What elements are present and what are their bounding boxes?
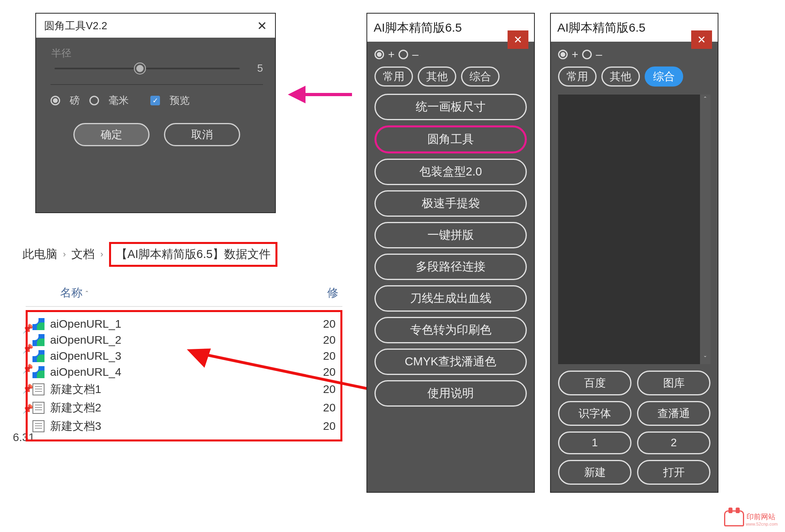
tool-button[interactable]: 包装盒型2.0 — [374, 159, 527, 185]
tab-mixed[interactable]: 综合 — [461, 66, 500, 87]
script-panel-mixed: AI脚本精简版6.5 ✕ + – 常用 其他 综合 ˆ ˇ 百度图库识字体查潘通… — [550, 13, 718, 493]
mode-plus-label: + — [572, 48, 578, 61]
crumb-root[interactable]: 此电脑 — [22, 246, 57, 262]
dialog-title: 圆角工具V2.2 — [44, 19, 107, 33]
text-file-icon — [32, 383, 45, 395]
file-name: 新建文档3 — [50, 419, 318, 434]
mode-plus-label: + — [388, 48, 395, 61]
tool-button[interactable]: 多段路径连接 — [374, 254, 527, 280]
file-name: aiOpenURL_2 — [50, 334, 318, 347]
dialog-titlebar[interactable]: 圆角工具V2.2 ✕ — [36, 14, 275, 38]
mode-minus-radio[interactable] — [399, 50, 408, 59]
watermark-brand: 印前网站 — [747, 512, 778, 522]
file-explorer: 名称 ˆ 修 aiOpenURL_120aiOpenURL_220aiOpenU… — [26, 277, 342, 441]
tab-common[interactable]: 常用 — [374, 66, 413, 87]
mode-minus-label: – — [596, 48, 602, 61]
arrow-pink-icon — [288, 79, 352, 111]
close-button[interactable]: ✕ — [508, 30, 528, 49]
mode-minus-label: – — [412, 48, 419, 61]
file-name: 新建文档1 — [50, 382, 318, 397]
tool-button[interactable]: CMYK查找潘通色 — [374, 349, 527, 375]
grid-button[interactable]: 百度 — [558, 371, 631, 395]
url-file-icon — [32, 350, 45, 362]
close-icon[interactable]: ✕ — [257, 19, 267, 33]
divider — [51, 84, 263, 85]
watermark-url: www.52cnp.com — [746, 522, 778, 526]
grid-button[interactable]: 查潘通 — [637, 401, 710, 426]
file-modified: 20 — [323, 334, 336, 347]
tool-button[interactable]: 使用说明 — [374, 380, 527, 407]
file-row[interactable]: 新建文档320 — [30, 417, 338, 435]
preview-label: 预览 — [170, 94, 190, 107]
file-modified: 20 — [323, 350, 336, 363]
col-modified[interactable]: 修 — [327, 285, 338, 300]
file-row[interactable]: aiOpenURL_320 — [30, 348, 338, 364]
file-modified: 20 — [323, 383, 336, 396]
unit-bang-radio[interactable] — [51, 96, 60, 105]
sort-asc-icon[interactable]: ˆ — [86, 290, 88, 298]
watermark-logo-icon — [724, 510, 744, 526]
file-list: aiOpenURL_120aiOpenURL_220aiOpenURL_320a… — [26, 310, 342, 441]
mode-row: + – — [374, 48, 527, 61]
grid-button[interactable]: 1 — [558, 431, 631, 454]
url-file-icon — [32, 334, 45, 346]
tool-button[interactable]: 极速手提袋 — [374, 190, 527, 217]
radius-label: 半径 — [51, 46, 263, 60]
unit-bang-label: 磅 — [70, 94, 80, 107]
radius-slider[interactable] — [55, 68, 240, 69]
unit-mm-radio[interactable] — [89, 96, 99, 105]
col-name[interactable]: 名称 — [60, 286, 83, 299]
file-row[interactable]: aiOpenURL_120 — [30, 316, 338, 332]
chevron-right-icon: › — [100, 249, 103, 260]
tab-other[interactable]: 其他 — [418, 66, 456, 87]
ok-button[interactable]: 确定 — [73, 123, 150, 146]
chevron-right-icon: › — [63, 249, 66, 260]
tool-button[interactable]: 专色转为印刷色 — [374, 317, 527, 343]
text-file-icon — [32, 402, 45, 414]
grid-button[interactable]: 2 — [637, 431, 710, 454]
scrollbar[interactable]: ˆ ˇ — [700, 95, 710, 364]
preview-checkbox[interactable]: ✓ — [150, 96, 160, 105]
tool-button[interactable]: 统一画板尺寸 — [374, 94, 527, 120]
file-modified: 20 — [323, 318, 336, 330]
grid-button[interactable]: 新建 — [558, 460, 631, 485]
tool-button[interactable]: 刀线生成出血线 — [374, 285, 527, 312]
close-button[interactable]: ✕ — [691, 30, 712, 49]
mode-minus-radio[interactable] — [582, 50, 592, 59]
round-corner-dialog: 圆角工具V2.2 ✕ 半径 5 磅 毫米 ✓ 预览 确定 取消 — [35, 13, 276, 213]
mode-plus-radio[interactable] — [374, 50, 384, 59]
mode-plus-radio[interactable] — [558, 50, 568, 59]
file-row[interactable]: 新建文档220 — [30, 399, 338, 417]
url-file-icon — [32, 318, 45, 330]
grid-button[interactable]: 图库 — [637, 371, 710, 395]
scroll-up-icon[interactable]: ˆ — [700, 95, 710, 105]
file-name: aiOpenURL_3 — [50, 350, 318, 363]
file-modified: 20 — [323, 401, 336, 414]
file-row[interactable]: aiOpenURL_420 — [30, 364, 338, 380]
tool-list: 统一画板尺寸圆角工具包装盒型2.0极速手提袋一键拼版多段路径连接刀线生成出血线专… — [374, 94, 527, 407]
file-modified: 20 — [323, 420, 336, 433]
cancel-button[interactable]: 取消 — [164, 123, 240, 146]
unit-mm-label: 毫米 — [109, 94, 129, 107]
script-panel-common: AI脚本精简版6.5 ✕ + – 常用 其他 综合 统一画板尺寸圆角工具包装盒型… — [366, 13, 535, 493]
tool-button[interactable]: 一键拼版 — [374, 222, 527, 248]
grid-button[interactable]: 打开 — [637, 460, 710, 485]
file-row[interactable]: aiOpenURL_220 — [30, 332, 338, 348]
tab-other[interactable]: 其他 — [601, 66, 640, 87]
tool-button[interactable]: 圆角工具 — [374, 125, 527, 153]
watermark: 印前网站 www.52cnp.com — [724, 504, 778, 526]
url-file-icon — [32, 366, 45, 378]
text-file-icon — [32, 420, 45, 432]
breadcrumb: 此电脑 › 文档 › 【AI脚本精简版6.5】数据文件 — [22, 242, 277, 267]
file-row[interactable]: 新建文档120 — [30, 380, 338, 399]
crumb-path[interactable]: 【AI脚本精简版6.5】数据文件 — [109, 242, 278, 267]
scroll-down-icon[interactable]: ˇ — [700, 354, 710, 364]
tab-mixed[interactable]: 综合 — [645, 66, 683, 87]
file-modified: 20 — [323, 366, 336, 379]
empty-list-area: ˆ ˇ — [558, 95, 710, 364]
tab-common[interactable]: 常用 — [558, 66, 597, 87]
mode-row: + – — [558, 48, 710, 61]
crumb-folder[interactable]: 文档 — [71, 246, 95, 262]
grid-button[interactable]: 识字体 — [558, 401, 631, 426]
slider-knob[interactable] — [135, 63, 145, 74]
